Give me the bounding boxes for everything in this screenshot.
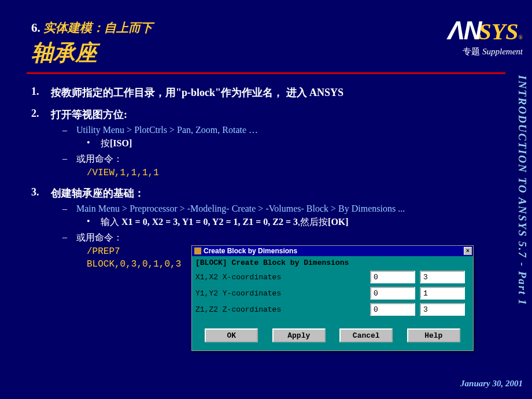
dialog-icon — [194, 247, 201, 254]
or-command-label: 或用命令： — [76, 232, 123, 244]
breadcrumb: 6. 实体建模：自上而下 — [31, 20, 505, 36]
input-y2[interactable] — [420, 287, 465, 300]
sub-item: – Utility Menu > PlotCtrls > Pan, Zoom, … — [62, 125, 505, 135]
subtitle-en: Supplement — [480, 47, 523, 56]
step-1: 1. 按教师指定的工作目录，用"p-block"作为作业名， 进入 ANSYS — [31, 86, 505, 99]
page-title: 轴承座 — [31, 38, 505, 68]
dialog-heading: [BLOCK] Create Block by Dimensions — [195, 258, 470, 267]
label-z: Z1,Z2 Z-coordinates — [195, 305, 370, 314]
help-button[interactable]: Help — [407, 328, 460, 342]
dialog-titlebar[interactable]: Create Block by Dimensions × — [192, 246, 473, 256]
cancel-button[interactable]: Cancel — [339, 328, 393, 342]
step-text: 创建轴承座的基础： — [51, 186, 145, 200]
logo-reg: ® — [518, 34, 523, 40]
input-y1[interactable] — [370, 287, 415, 300]
create-block-dialog: Create Block by Dimensions × [BLOCK] Cre… — [191, 245, 474, 351]
row-x: X1,X2 X-coordinates — [195, 271, 470, 283]
row-y: Y1,Y2 Y-coordinates — [195, 287, 470, 300]
ansys-logo: ΛN SYS ® — [448, 16, 523, 45]
dialog-button-row: OK Apply Cancel Help — [195, 319, 470, 345]
ok-button[interactable]: OK — [205, 328, 258, 342]
logo-subtitle: 专题 Supplement — [448, 46, 523, 57]
step-2: 2. 打开等视图方位: – Utility Menu > PlotCtrls >… — [31, 108, 505, 178]
step-num: 3. — [31, 186, 51, 200]
subtitle-zh: 专题 — [463, 47, 480, 56]
sub-item: – Main Menu > Preprocessor > -Modeling- … — [62, 204, 505, 214]
input-x1[interactable] — [370, 271, 415, 283]
breadcrumb-text: 实体建模：自上而下 — [43, 21, 153, 35]
content-area: 1. 按教师指定的工作目录，用"p-block"作为作业名， 进入 ANSYS … — [0, 74, 532, 269]
bullet-item: • 按[ISO] — [87, 138, 505, 150]
side-label: INTRODUCTION TO ANSYS 5.7 - Part 1 — [511, 75, 529, 353]
step-num: 1. — [31, 86, 51, 99]
logo-text: SYS — [478, 18, 518, 45]
menu-path: Utility Menu > PlotCtrls > Pan, Zoom, Ro… — [76, 125, 258, 135]
menu-path: Main Menu > Preprocessor > -Modeling- Cr… — [76, 204, 405, 214]
close-button[interactable]: × — [464, 247, 472, 255]
bullet: • — [87, 216, 101, 228]
dash: – — [62, 125, 76, 135]
logo-block: ΛN SYS ® 专题 Supplement — [448, 16, 523, 57]
input-x2[interactable] — [420, 271, 465, 283]
apply-button[interactable]: Apply — [272, 328, 326, 342]
or-command-label: 或用命令： — [76, 153, 123, 165]
sub-item: – 或用命令： — [62, 232, 505, 244]
step-text: 打开等视图方位: — [51, 108, 127, 121]
footer-date: January 30, 2001 — [460, 379, 523, 389]
command-code: /VIEW,1,1,1,1 — [87, 168, 505, 178]
input-z2[interactable] — [420, 303, 465, 316]
label-y: Y1,Y2 Y-coordinates — [195, 289, 370, 298]
bullet: • — [87, 138, 101, 150]
dash: – — [62, 204, 76, 214]
dash: – — [62, 153, 76, 165]
row-z: Z1,Z2 Z-coordinates — [195, 303, 470, 316]
step-num: 2. — [31, 108, 51, 121]
step-text: 按教师指定的工作目录，用"p-block"作为作业名， 进入 ANSYS — [51, 86, 343, 99]
input-z1[interactable] — [370, 303, 415, 316]
logo-mark: ΛN — [448, 16, 481, 45]
sub-item: – 或用命令： — [62, 153, 505, 165]
breadcrumb-num: 6. — [31, 21, 40, 35]
bullet-item: • 输入 X1 = 0, X2 = 3, Y1 = 0, Y2 = 1, Z1 … — [87, 216, 505, 228]
dialog-title-text: Create Block by Dimensions — [204, 247, 297, 255]
dash: – — [62, 232, 76, 244]
label-x: X1,X2 X-coordinates — [195, 273, 370, 282]
